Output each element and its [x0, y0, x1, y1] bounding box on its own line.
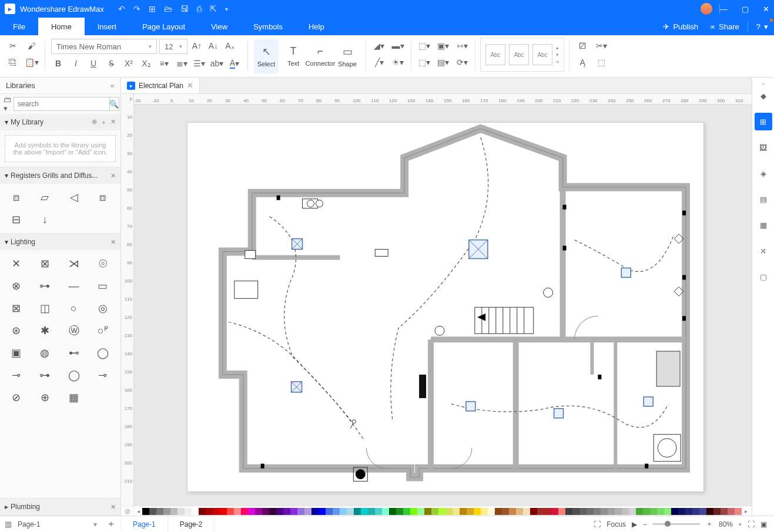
color-swatch[interactable] [664, 508, 671, 515]
maximize-icon[interactable]: ▢ [742, 5, 749, 14]
symbol-light-14[interactable]: ✱ [33, 322, 56, 339]
undo-icon[interactable]: ↶ [118, 4, 125, 14]
color-swatch[interactable] [721, 508, 728, 515]
symbol-light-15[interactable]: ⓦ [63, 322, 85, 339]
color-swatch[interactable] [551, 508, 558, 515]
symbol-light-3[interactable]: ⋊ [63, 255, 85, 272]
underline-icon[interactable]: U [86, 56, 100, 70]
page-selector[interactable]: Page-1▾ [18, 520, 100, 528]
present-icon[interactable]: ▢ [755, 268, 772, 285]
expand-right-icon[interactable]: » [761, 80, 765, 86]
cut-icon[interactable]: ✂ [6, 39, 20, 53]
focus-mode-icon[interactable]: ⛶ [594, 520, 601, 528]
color-swatch[interactable] [579, 508, 587, 515]
theme-icon[interactable]: ◆ [755, 87, 772, 105]
publish-button[interactable]: ✈Publish [657, 18, 704, 35]
symbol-light-26[interactable]: ⊕ [33, 389, 56, 406]
color-swatch[interactable] [650, 508, 657, 515]
color-swatch[interactable] [142, 508, 149, 515]
line-style-icon[interactable]: ▬▾ [391, 39, 405, 53]
symbol-light-25[interactable]: ⊘ [5, 389, 27, 406]
color-swatch[interactable] [304, 508, 311, 515]
text-tool[interactable]: TText [281, 39, 306, 73]
connector-tool[interactable]: ⌐Connector [308, 39, 333, 73]
color-swatch[interactable] [467, 508, 474, 515]
lighting-title[interactable]: Lighting [11, 238, 35, 246]
color-swatch[interactable] [220, 508, 227, 515]
symbol-light-13[interactable]: ⊛ [5, 322, 27, 339]
symbol-light-22[interactable]: ⊶ [33, 366, 56, 384]
color-swatch[interactable] [601, 508, 608, 515]
color-swatch[interactable] [431, 508, 438, 515]
symbol-light-17[interactable]: ▣ [5, 344, 27, 362]
color-swatch[interactable] [629, 508, 636, 515]
color-swatch[interactable] [495, 508, 502, 515]
color-swatch[interactable] [438, 508, 445, 515]
color-swatch[interactable] [530, 508, 537, 515]
color-swatch[interactable] [460, 508, 467, 515]
crop-icon[interactable]: ✂▾ [594, 39, 608, 53]
color-swatch[interactable] [283, 508, 290, 515]
find-replace-icon[interactable]: ⚂ [575, 39, 589, 53]
new-icon[interactable]: ⊞ [149, 4, 156, 14]
select-tool[interactable]: ↖Select [254, 39, 279, 73]
italic-icon[interactable]: I [69, 56, 83, 70]
close-section-icon[interactable]: ✕ [110, 238, 116, 246]
symbol-light-16[interactable]: ○ᴾ [92, 322, 114, 339]
symbol-light-19[interactable]: ⊷ [63, 344, 85, 362]
play-icon[interactable]: ▶ [632, 520, 637, 528]
color-swatch[interactable] [347, 508, 354, 515]
color-swatch[interactable] [213, 508, 220, 515]
clear-format-icon[interactable]: Aₓ [223, 39, 237, 53]
symbol-register-3[interactable]: ◁ [63, 188, 85, 206]
style-up-icon[interactable]: ▴ [556, 45, 559, 50]
shuffle-icon[interactable]: ⤨ [755, 242, 772, 260]
color-swatch[interactable] [636, 508, 643, 515]
shape-tool[interactable]: ▭Shape [335, 39, 360, 73]
color-swatch[interactable] [333, 508, 340, 515]
color-swatch[interactable] [163, 508, 170, 515]
color-swatch[interactable] [481, 508, 488, 515]
library-search-input[interactable] [14, 97, 110, 111]
color-swatch[interactable] [185, 508, 192, 515]
paste-icon[interactable]: 📋▾ [25, 55, 39, 69]
tab-symbols[interactable]: Symbols [240, 18, 296, 35]
color-swatch[interactable] [319, 508, 326, 515]
color-swatch[interactable] [657, 508, 664, 515]
color-swatch[interactable] [474, 508, 481, 515]
close-section-icon[interactable]: ✕ [110, 118, 116, 127]
fit-width-icon[interactable]: ▣ [760, 520, 767, 528]
page-props-icon[interactable]: ▤ [755, 190, 772, 208]
color-swatch[interactable] [192, 508, 199, 515]
fit-page-icon[interactable]: ⛶ [748, 520, 755, 528]
save-icon[interactable]: 🖫 [180, 4, 189, 14]
image-icon[interactable]: 🖼 [755, 139, 772, 156]
color-swatch[interactable] [417, 508, 424, 515]
tab-view[interactable]: View [198, 18, 240, 35]
color-swatch[interactable] [558, 508, 565, 515]
page-tab-1[interactable]: Page-1 [121, 516, 168, 532]
symbol-register-6[interactable]: ↓ [33, 211, 56, 228]
redo-icon[interactable]: ↷ [133, 4, 140, 14]
color-swatch[interactable] [678, 508, 685, 515]
color-swatch[interactable] [170, 508, 177, 515]
color-swatch[interactable] [382, 508, 389, 515]
color-swatch[interactable] [354, 508, 361, 515]
line-spacing-icon[interactable]: ≣▾ [175, 56, 189, 70]
decrease-font-icon[interactable]: A↓ [206, 39, 220, 53]
color-swatch[interactable] [389, 508, 396, 515]
tab-page-layout[interactable]: Page Layout [129, 18, 198, 35]
color-swatch[interactable] [269, 508, 276, 515]
copy-icon[interactable]: ⿻ [6, 55, 20, 69]
send-back-icon[interactable]: ⬚▾ [417, 55, 431, 69]
symbol-light-7[interactable]: — [63, 277, 85, 295]
fill-icon[interactable]: ◢▾ [372, 39, 386, 53]
symbol-light-4[interactable]: ⦾ [92, 255, 114, 272]
rotate-icon[interactable]: ⟳▾ [455, 55, 469, 69]
style-more-icon[interactable]: ≡ [556, 59, 559, 65]
flip-h-icon[interactable]: ⇿▾ [455, 39, 469, 53]
zoom-level[interactable]: 80% [719, 520, 733, 528]
color-swatch[interactable] [728, 508, 735, 515]
color-swatch[interactable] [241, 508, 248, 515]
style-preset-2[interactable]: Abc [509, 44, 529, 65]
